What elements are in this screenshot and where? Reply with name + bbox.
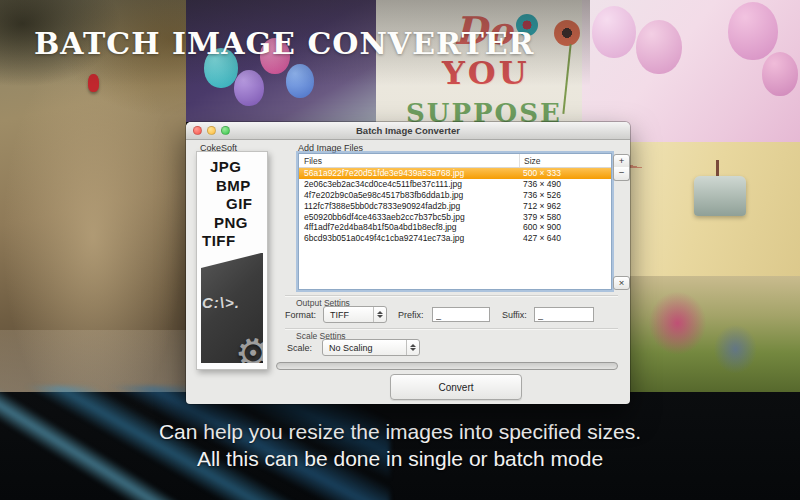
table-row[interactable]: 6bcd93b051a0c49f4c1cba92741ec73a.jpg427 … — [299, 233, 611, 244]
table-row[interactable]: e50920bb6df4ce4633aeb2cc7b37bc5b.jpg379 … — [299, 211, 611, 222]
caption-line1: Can help you resize the images into spec… — [0, 418, 800, 445]
file-size: 600 × 900 — [519, 222, 611, 232]
table-row[interactable]: 56a1a922f7e20d51fde3e9439a53a768.jpg500 … — [299, 168, 611, 179]
gondola-decoration — [694, 176, 746, 216]
table-row[interactable]: 112fc7f388e5bb0dc7833e90924fad2b.jpg712 … — [299, 200, 611, 211]
window-titlebar[interactable]: Batch Image Converter — [186, 122, 630, 140]
table-row[interactable]: 4ff1adf7e2d4ba84b1f50a4bd1b8ecf8.jpg600 … — [299, 222, 611, 233]
logo-format: TIFF — [202, 232, 263, 251]
file-name: 4f7e202b9c0a5e98c4517b83fb6dda1b.jpg — [299, 190, 519, 200]
logo-format: BMP — [216, 177, 263, 196]
dropdown-stepper-icon — [373, 307, 386, 322]
logo-format: PNG — [214, 214, 263, 233]
convert-button[interactable]: Convert — [390, 374, 522, 400]
window-title: Batch Image Converter — [186, 122, 630, 139]
file-size: 500 × 333 — [519, 168, 611, 178]
clear-list-button[interactable]: × — [613, 276, 630, 290]
file-name: 112fc7f388e5bb0dc7833e90924fad2b.jpg — [299, 201, 519, 211]
caption-line2: All this can be done in single or batch … — [0, 445, 800, 472]
logo-format: JPG — [210, 158, 263, 177]
file-name: 2e06c3eb2ac34cd0ce4c511fbe37c111.jpg — [299, 179, 519, 189]
screen: Do YOU SUPPOSE BATCH IMAGE CONVERTER Can… — [0, 0, 800, 500]
prefix-input[interactable] — [432, 307, 490, 322]
dropdown-stepper-icon — [406, 340, 419, 355]
balloon-decoration — [762, 52, 798, 96]
background-photo-carnival — [630, 142, 800, 276]
format-value: TIFF — [330, 310, 373, 320]
terminal-prompt-text: C:\>. — [202, 294, 240, 311]
gear-icon: ⚙ — [231, 329, 275, 376]
hero-title: BATCH IMAGE CONVERTER — [34, 26, 535, 61]
balloon-decoration — [636, 20, 682, 74]
section-divider — [285, 295, 618, 296]
logo-format-list: JPG BMP GIF PNG TIFF — [201, 158, 263, 251]
format-select[interactable]: TIFF — [323, 306, 387, 323]
add-image-files-label: Add Image Files — [298, 143, 363, 153]
remove-file-button[interactable]: − — [613, 167, 630, 181]
balloon-decoration — [592, 6, 636, 58]
table-row[interactable]: 2e06c3eb2ac34cd0ce4c511fbe37c111.jpg736 … — [299, 179, 611, 190]
file-name: 6bcd93b051a0c49f4c1cba92741ec73a.jpg — [299, 233, 519, 243]
caption: Can help you resize the images into spec… — [0, 418, 800, 472]
logo-terminal-panel: C:\>. ⚙ — [201, 253, 263, 364]
balloon-decoration — [728, 2, 778, 60]
column-header-size: Size — [519, 154, 611, 167]
file-name: e50920bb6df4ce4633aeb2cc7b37bc5b.jpg — [299, 212, 519, 222]
logo-format: GIF — [226, 195, 263, 214]
file-name: 4ff1adf7e2d4ba84b1f50a4bd1b8ecf8.jpg — [299, 222, 519, 232]
suffix-label: Suffix: — [502, 310, 527, 320]
background-photo-family — [630, 276, 800, 394]
app-logo: JPG BMP GIF PNG TIFF C:\>. ⚙ — [196, 151, 268, 370]
table-row[interactable]: 4f7e202b9c0a5e98c4517b83fb6dda1b.jpg736 … — [299, 190, 611, 201]
app-window: Batch Image Converter CokeSoft JPG BMP G… — [186, 122, 630, 404]
file-size: 736 × 490 — [519, 179, 611, 189]
scale-label: Scale: — [287, 343, 312, 353]
table-body: 56a1a922f7e20d51fde3e9439a53a768.jpg500 … — [299, 168, 611, 244]
conversion-progress-bar — [276, 362, 618, 370]
scale-value: No Scaling — [329, 343, 406, 353]
file-size: 379 × 580 — [519, 212, 611, 222]
file-name: 56a1a922f7e20d51fde3e9439a53a768.jpg — [299, 168, 519, 178]
file-size: 736 × 526 — [519, 190, 611, 200]
prefix-label: Prefix: — [398, 310, 424, 320]
file-size: 427 × 640 — [519, 233, 611, 243]
file-size: 712 × 962 — [519, 201, 611, 211]
suffix-input[interactable] — [534, 307, 594, 322]
section-divider — [285, 328, 618, 329]
column-header-files: Files — [299, 156, 519, 166]
file-table[interactable]: Files Size 56a1a922f7e20d51fde3e9439a53a… — [298, 153, 612, 290]
format-label: Format: — [285, 310, 316, 320]
background-photo-baby-balloons — [582, 0, 800, 142]
add-file-button[interactable]: + — [613, 154, 630, 168]
table-header: Files Size — [299, 154, 611, 168]
scale-select[interactable]: No Scaling — [322, 339, 420, 356]
